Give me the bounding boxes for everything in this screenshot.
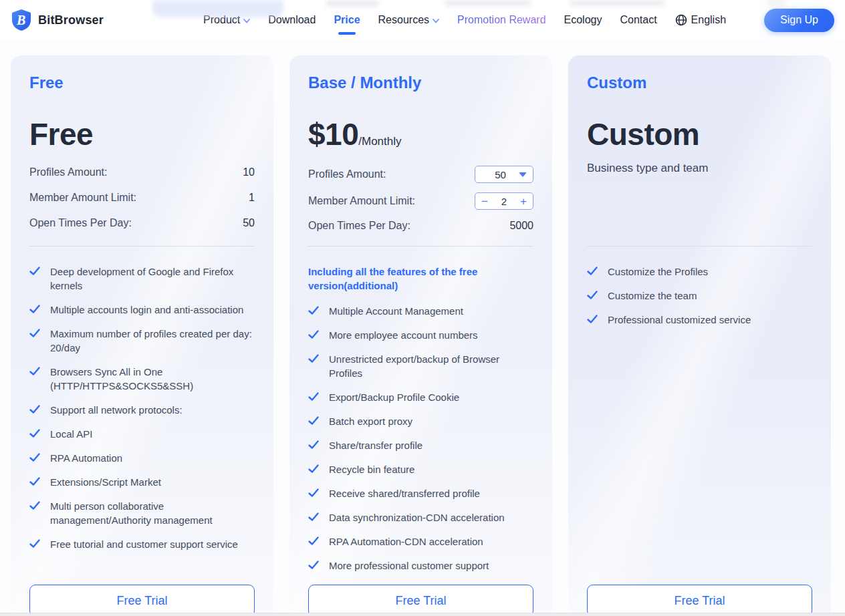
- next-section-edge: [0, 613, 845, 616]
- check-icon: [308, 353, 319, 364]
- feature-item: More professional customer support: [308, 559, 533, 573]
- check-icon: [29, 452, 40, 463]
- features-heading: Including all the features of the free v…: [308, 265, 499, 293]
- feature-text: Data synchronization-CDN acceleration: [329, 510, 505, 524]
- check-icon: [308, 560, 319, 571]
- free-trial-button[interactable]: Free Trial: [29, 585, 255, 616]
- plan-subtitle: Business type and team: [587, 162, 812, 175]
- plus-button[interactable]: +: [520, 196, 527, 207]
- feature-item: Unrestricted export/backup of Browser Pr…: [308, 352, 533, 380]
- background-blur-shape: [326, 0, 378, 7]
- price-period: /Monthly: [358, 136, 401, 147]
- check-icon: [308, 536, 319, 547]
- feature-text: More professional customer support: [329, 559, 489, 573]
- check-icon: [308, 488, 319, 498]
- plan-price: Custom: [587, 119, 812, 150]
- free-trial-button[interactable]: Free Trial: [308, 585, 533, 616]
- globe-icon: [675, 14, 687, 26]
- feature-item: Multiple Account Management: [308, 304, 533, 318]
- check-icon: [29, 500, 40, 511]
- background-blur-shape: [766, 0, 786, 5]
- spec-row: Profiles Amount: 10: [29, 166, 255, 179]
- background-blur-shape: [570, 0, 665, 6]
- feature-text: Customize the Profiles: [608, 265, 708, 279]
- feature-list: Deep development of Google and Firefox k…: [29, 247, 255, 551]
- caret-down-icon: [519, 172, 527, 177]
- price-amount: $10: [308, 119, 358, 150]
- feature-list: Customize the Profiles Customize the tea…: [587, 247, 812, 327]
- feature-text: Batch export proxy: [329, 414, 412, 428]
- feature-text: Unrestricted export/backup of Browser Pr…: [329, 352, 533, 380]
- feature-item: Multi person collaborative management/Au…: [29, 499, 255, 527]
- feature-item: Data synchronization-CDN acceleration: [308, 510, 533, 524]
- member-amount-stepper: − 2 +: [475, 192, 533, 210]
- check-icon: [29, 328, 40, 339]
- check-icon: [29, 304, 40, 315]
- plan-price: $10 /Monthly: [308, 119, 533, 150]
- language-label: English: [691, 14, 726, 26]
- feature-text: Multi person collaborative management/Au…: [50, 499, 255, 527]
- feature-text: Customize the team: [608, 289, 697, 303]
- check-icon: [587, 266, 598, 277]
- brand-logo[interactable]: B BitBrowser: [11, 9, 104, 31]
- spec-list: Profiles Amount: 50 Member Amount Limit:…: [308, 166, 533, 245]
- nav-item-price[interactable]: Price: [334, 14, 360, 26]
- feature-item: Multiple accounts login and anti-associa…: [29, 303, 255, 317]
- nav-item-promotion-reward[interactable]: Promotion Reward: [457, 14, 546, 26]
- check-icon: [587, 314, 598, 325]
- feature-text: Multiple accounts login and anti-associa…: [50, 303, 243, 317]
- main-nav: Product Download Price Resources Promoti…: [203, 9, 834, 32]
- feature-item: Export/Backup Profile Cookie: [308, 390, 533, 404]
- check-icon: [308, 416, 319, 426]
- check-icon: [587, 290, 598, 301]
- plan-name: Free: [29, 73, 255, 92]
- plan-name: Base / Monthly: [308, 73, 533, 92]
- spec-list: Profiles Amount: 10 Member Amount Limit:…: [29, 166, 255, 242]
- check-icon: [308, 464, 319, 474]
- check-icon: [29, 538, 40, 549]
- check-icon: [308, 512, 319, 522]
- feature-text: Support all network protocols:: [50, 403, 183, 417]
- feature-text: Free tutorial and customer support servi…: [50, 537, 238, 551]
- dropdown-value: 50: [475, 169, 519, 180]
- feature-text: Share/transfer profile: [329, 438, 422, 452]
- feature-item: Recycle bin feature: [308, 462, 533, 476]
- feature-item: Professional customized service: [587, 313, 812, 327]
- feature-item: More employee account numbers: [308, 328, 533, 342]
- feature-text: Deep development of Google and Firefox k…: [50, 265, 255, 293]
- feature-item: Free tutorial and customer support servi…: [29, 537, 255, 551]
- nav-item-contact[interactable]: Contact: [620, 14, 656, 26]
- check-icon: [308, 392, 319, 402]
- feature-item: Browsers Sync All in One (HTTP/HTTPS&SOC…: [29, 365, 255, 393]
- feature-item: RPA Automation: [29, 451, 255, 465]
- feature-text: Receive shared/transferred profile: [329, 486, 480, 500]
- feature-item: Customize the team: [587, 289, 812, 303]
- minus-button[interactable]: −: [481, 196, 488, 207]
- feature-item: Receive shared/transferred profile: [308, 486, 533, 500]
- check-icon: [29, 476, 40, 487]
- sign-up-button[interactable]: Sign Up: [764, 9, 834, 32]
- top-navigation-bar: B BitBrowser Product Download Price Reso…: [0, 0, 845, 40]
- feature-text: Recycle bin feature: [329, 462, 414, 476]
- language-selector[interactable]: English: [675, 14, 726, 26]
- svg-text:B: B: [16, 13, 25, 27]
- nav-item-product[interactable]: Product: [203, 14, 250, 26]
- nav-item-ecology[interactable]: Ecology: [564, 14, 602, 26]
- nav-item-resources[interactable]: Resources: [378, 14, 439, 26]
- feature-item: Customize the Profiles: [587, 265, 812, 279]
- pricing-card-base-monthly: Base / Monthly $10 /Monthly Profiles Amo…: [289, 55, 552, 616]
- pricing-card-free: Free Free Profiles Amount: 10 Member Amo…: [11, 55, 273, 616]
- spec-row: Member Amount Limit: 1: [29, 191, 255, 204]
- feature-text: Local API: [50, 427, 92, 441]
- spec-row-open-times: Open Times Per Day: 5000: [308, 219, 533, 233]
- nav-item-download[interactable]: Download: [268, 14, 316, 26]
- profiles-amount-dropdown[interactable]: 50: [475, 166, 533, 183]
- check-icon: [29, 404, 40, 415]
- plan-price: Free: [29, 119, 255, 150]
- check-icon: [308, 440, 319, 450]
- free-trial-button[interactable]: Free Trial: [587, 585, 812, 616]
- shield-b-logo-icon: B: [11, 9, 32, 31]
- feature-sublist: Multiple Account Management More employe…: [308, 304, 533, 573]
- pricing-cards-row: Free Free Profiles Amount: 10 Member Amo…: [0, 40, 845, 616]
- chevron-down-icon: [433, 19, 439, 23]
